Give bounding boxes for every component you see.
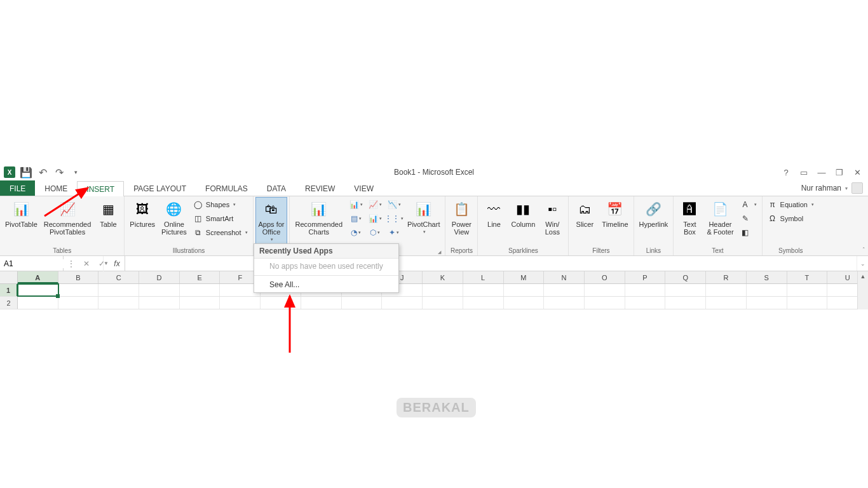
cell[interactable]: [261, 297, 301, 309]
name-box[interactable]: ▼: [0, 256, 64, 271]
cell[interactable]: [139, 297, 180, 309]
cell[interactable]: [504, 284, 545, 296]
wordart-button[interactable]: A: [738, 198, 759, 212]
cell[interactable]: [98, 284, 139, 296]
screenshot-button[interactable]: ⧉Screenshot: [191, 226, 250, 240]
qat-customize-button[interactable]: ▾: [69, 165, 83, 179]
cell[interactable]: [58, 297, 99, 309]
tab-insert[interactable]: INSERT: [77, 181, 124, 196]
column-header[interactable]: M: [504, 271, 545, 283]
text-box-button[interactable]: 🅰Text Box: [676, 198, 703, 237]
pivot-table-button[interactable]: 📊PivotTable: [3, 198, 40, 229]
enter-formula-button[interactable]: ✓: [94, 256, 109, 271]
apps-for-office-button[interactable]: 🛍Apps for Office: [256, 198, 287, 243]
row-header[interactable]: 2: [0, 297, 18, 309]
user-name[interactable]: Nur rahman: [801, 184, 841, 193]
cell[interactable]: [625, 284, 666, 296]
cell[interactable]: [544, 284, 585, 296]
cell[interactable]: [585, 284, 625, 296]
formula-input[interactable]: [125, 256, 857, 271]
cell-a1[interactable]: [18, 284, 58, 296]
user-avatar-icon[interactable]: [851, 182, 863, 194]
recommended-charts-button[interactable]: 📊Recommended Charts: [292, 198, 345, 237]
combo-chart-button[interactable]: ⬡: [365, 226, 384, 240]
recommended-pivot-tables-button[interactable]: 📈Recommended PivotTables: [41, 198, 94, 237]
tab-view[interactable]: VIEW: [344, 180, 383, 196]
scatter-chart-button[interactable]: ⋮⋮: [384, 212, 403, 226]
column-header[interactable]: R: [706, 271, 747, 283]
cell[interactable]: [463, 284, 504, 296]
insert-function-button[interactable]: fx: [109, 256, 125, 271]
column-header[interactable]: P: [625, 271, 666, 283]
hyperlink-button[interactable]: 🔗Hyperlink: [637, 198, 671, 229]
cell[interactable]: [706, 284, 747, 296]
column-header[interactable]: O: [585, 271, 625, 283]
pivot-chart-button[interactable]: 📊PivotChart: [405, 198, 442, 236]
pictures-button[interactable]: 🖼Pictures: [127, 198, 158, 229]
symbol-button[interactable]: ΩSymbol: [765, 212, 817, 226]
tab-page-layout[interactable]: PAGE LAYOUT: [124, 180, 196, 196]
cell[interactable]: [139, 284, 180, 296]
cell[interactable]: [382, 297, 423, 309]
column-header[interactable]: C: [98, 271, 139, 283]
cell[interactable]: [220, 297, 261, 309]
column-header[interactable]: L: [463, 271, 504, 283]
column-header[interactable]: S: [747, 271, 787, 283]
undo-button[interactable]: ↶: [36, 165, 50, 179]
cell[interactable]: [787, 284, 828, 296]
cell[interactable]: [18, 297, 58, 309]
see-all-apps-item[interactable]: See All...: [254, 277, 398, 292]
column-header[interactable]: D: [139, 271, 180, 283]
cancel-formula-button[interactable]: ✕: [79, 256, 94, 271]
bar-chart-button[interactable]: ▤: [346, 212, 365, 226]
stock-chart-button[interactable]: 📊: [365, 212, 384, 226]
column-header[interactable]: Q: [665, 271, 706, 283]
timeline-button[interactable]: 📅Timeline: [599, 198, 630, 229]
ribbon-display-options-button[interactable]: ▭: [796, 165, 812, 179]
tab-formulas[interactable]: FORMULAS: [196, 180, 257, 196]
minimize-button[interactable]: —: [813, 165, 830, 179]
formula-menu-button[interactable]: ⋮: [64, 256, 79, 271]
cell[interactable]: [665, 284, 706, 296]
cell[interactable]: [787, 297, 828, 309]
save-button[interactable]: 💾: [19, 165, 33, 179]
cell[interactable]: [665, 297, 706, 309]
column-header[interactable]: N: [544, 271, 585, 283]
pie-chart-button[interactable]: ◔: [346, 226, 365, 240]
object-button[interactable]: ◧: [738, 226, 759, 240]
expand-formula-bar-button[interactable]: ⌄: [857, 256, 868, 271]
power-view-button[interactable]: 📋Power View: [448, 198, 475, 237]
collapse-ribbon-button[interactable]: ˄: [862, 247, 865, 253]
column-chart-button[interactable]: 📊: [346, 198, 365, 212]
cell[interactable]: [301, 297, 342, 309]
line-chart-button[interactable]: 📈: [365, 198, 384, 212]
cell[interactable]: [706, 297, 747, 309]
cell[interactable]: [58, 284, 99, 296]
column-header[interactable]: B: [58, 271, 99, 283]
cell[interactable]: [585, 297, 625, 309]
shapes-button[interactable]: ◯Shapes: [191, 198, 250, 212]
restore-button[interactable]: ❐: [831, 165, 848, 179]
cell[interactable]: [180, 297, 220, 309]
tab-home[interactable]: HOME: [35, 180, 77, 196]
sparkline-column-button[interactable]: ▮▮Column: [508, 198, 538, 229]
equation-button[interactable]: πEquation: [765, 198, 817, 212]
column-header[interactable]: T: [787, 271, 828, 283]
cell[interactable]: [423, 284, 463, 296]
radar-chart-button[interactable]: ✦: [384, 226, 403, 240]
cell[interactable]: [747, 284, 787, 296]
smartart-button[interactable]: ◫SmartArt: [191, 212, 250, 226]
cell[interactable]: [747, 297, 787, 309]
row-header[interactable]: 1: [0, 284, 18, 296]
column-header[interactable]: K: [423, 271, 463, 283]
cell[interactable]: [544, 297, 585, 309]
excel-logo-icon[interactable]: X: [3, 165, 17, 179]
redo-button[interactable]: ↷: [52, 165, 66, 179]
help-button[interactable]: ?: [778, 165, 794, 179]
cell[interactable]: [423, 297, 463, 309]
online-pictures-button[interactable]: 🌐Online Pictures: [159, 198, 189, 237]
vertical-scrollbar[interactable]: ▲: [857, 271, 868, 309]
cell[interactable]: [98, 297, 139, 309]
table-button[interactable]: ▦Table: [95, 198, 121, 229]
cell[interactable]: [504, 297, 545, 309]
